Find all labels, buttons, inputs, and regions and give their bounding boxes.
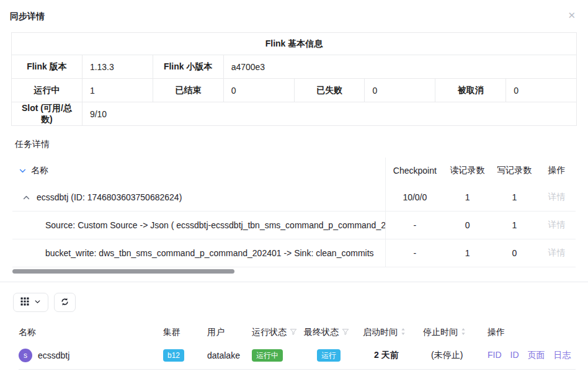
finished-value: 0: [223, 79, 294, 102]
column-settings-button[interactable]: [13, 293, 48, 312]
close-icon[interactable]: ✕: [568, 11, 576, 20]
column-name: 名称: [31, 165, 48, 176]
job-row: s ecssdbtj b12 datalake 运行中 运行 2 天前 (未停止…: [19, 342, 576, 370]
col-name: 名称: [19, 327, 36, 338]
dialog-header: 同步详情 ✕: [0, 0, 588, 27]
sort-icon[interactable]: [401, 328, 406, 337]
col-start-time: 启动时间: [363, 327, 398, 338]
dialog-title: 同步详情: [10, 11, 45, 22]
flink-info-title: Flink 基本信息: [12, 33, 577, 55]
slot-label: Slot (可用/总数): [12, 102, 82, 126]
task-details-section-title: 任务详情: [15, 139, 588, 150]
page-link[interactable]: 页面: [528, 350, 545, 361]
task-row-parent: ecssdbtj (ID: 1746803603750682624) 10/0/…: [12, 184, 576, 212]
flink-minor-version-label: Flink 小版本: [153, 55, 223, 79]
chevron-down-icon: [34, 298, 41, 307]
final-status-badge: 运行: [317, 349, 341, 362]
scrollbar-thumb[interactable]: [12, 269, 234, 274]
task-read-count: 0: [444, 220, 491, 230]
sort-icon[interactable]: [461, 328, 466, 337]
divider: [0, 282, 588, 282]
task-checkpoint: 10/0/0: [386, 192, 444, 202]
detail-link[interactable]: 详情: [548, 247, 566, 257]
job-stop-time: (未停止): [423, 350, 488, 361]
task-name: Source: Custom Source -> Json ( ecssdbtj…: [12, 212, 385, 239]
log-link[interactable]: 日志: [554, 350, 571, 361]
flink-minor-version-value: a4700e3: [223, 55, 576, 79]
jobs-table-header: 名称 集群 用户 运行状态 最终状态 启动时间: [19, 323, 576, 342]
task-name: ecssdbtj (ID: 1746803603750682624): [37, 192, 182, 202]
filter-icon[interactable]: [290, 328, 297, 337]
horizontal-scrollbar: [12, 269, 576, 274]
task-write-count: 0: [491, 248, 538, 258]
run-status-badge: 运行中: [252, 349, 283, 362]
chevron-up-icon[interactable]: [22, 194, 30, 202]
failed-value: 0: [365, 79, 435, 102]
flink-version-label: Flink 版本: [12, 55, 82, 79]
running-label: 运行中: [12, 79, 82, 102]
task-table-header: 名称 Checkpoint 读记录数 写记录数 操作: [12, 158, 576, 184]
detail-link[interactable]: 详情: [548, 192, 566, 202]
id-link[interactable]: ID: [510, 350, 519, 361]
task-write-count: 1: [491, 192, 538, 202]
filter-icon[interactable]: [342, 328, 349, 337]
job-name[interactable]: ecssdbtj: [38, 350, 69, 360]
task-details-table: 名称 Checkpoint 读记录数 写记录数 操作 ecssdbtj (ID:…: [12, 158, 576, 274]
refresh-icon: [60, 297, 69, 308]
task-name: bucket_write: dws_tbn_sms_command_p_comm…: [12, 239, 385, 267]
task-read-count: 1: [444, 248, 491, 258]
flink-version-value: 1.13.3: [82, 55, 153, 79]
task-row-sink: bucket_write: dws_tbn_sms_command_p_comm…: [12, 239, 576, 267]
finished-label: 已结束: [153, 79, 223, 102]
col-actions: 操作: [488, 327, 576, 338]
task-checkpoint: -: [386, 248, 444, 258]
column-action: 操作: [538, 165, 576, 176]
job-user: datalake: [207, 350, 252, 360]
refresh-button[interactable]: [54, 293, 76, 312]
col-stop-time: 停止时间: [423, 327, 458, 338]
chevron-down-icon[interactable]: [19, 167, 27, 175]
task-row-source: Source: Custom Source -> Json ( ecssdbtj…: [12, 212, 576, 239]
column-read-records: 读记录数: [444, 165, 491, 176]
fid-link[interactable]: FID: [488, 350, 502, 361]
failed-label: 已失败: [294, 79, 365, 102]
cluster-badge: b12: [163, 349, 184, 362]
task-write-count: 1: [491, 220, 538, 230]
slot-value: 9/10: [82, 102, 576, 126]
job-start-time: 2 天前: [363, 350, 423, 361]
task-read-count: 1: [444, 192, 491, 202]
task-checkpoint: -: [386, 220, 444, 230]
column-checkpoint: Checkpoint: [386, 166, 444, 176]
grid-icon: [20, 297, 29, 308]
avatar: s: [19, 349, 32, 362]
col-user: 用户: [207, 327, 252, 338]
col-final-status: 最终状态: [304, 327, 339, 338]
canceled-value: 0: [506, 79, 577, 102]
canceled-label: 被取消: [435, 79, 506, 102]
jobs-table: 名称 集群 用户 运行状态 最终状态 启动时间: [19, 323, 576, 370]
flink-info-table: Flink 基本信息 Flink 版本 1.13.3 Flink 小版本 a47…: [11, 32, 577, 126]
col-cluster: 集群: [163, 327, 207, 338]
column-write-records: 写记录数: [491, 165, 538, 176]
sync-detail-dialog: 同步详情 ✕ Flink 基本信息 Flink 版本 1.13.3 Flink …: [0, 0, 588, 379]
toolbar: [13, 293, 588, 312]
col-run-status: 运行状态: [252, 327, 287, 338]
running-value: 1: [82, 79, 153, 102]
detail-link[interactable]: 详情: [548, 220, 566, 230]
